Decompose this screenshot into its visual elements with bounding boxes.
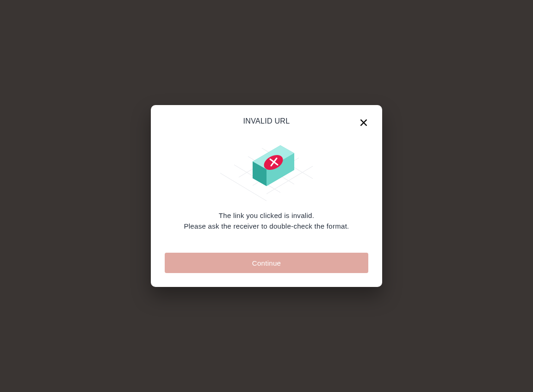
close-icon [359, 118, 368, 127]
error-illustration [165, 134, 368, 203]
invalid-card-icon [206, 134, 327, 203]
message-line-1: The link you clicked is invalid. [165, 211, 368, 221]
close-button[interactable] [357, 116, 370, 129]
modal-message: The link you clicked is invalid. Please … [165, 211, 368, 231]
modal-header: INVALID URL [165, 117, 368, 125]
continue-button[interactable]: Continue [165, 253, 368, 273]
message-line-2: Please ask the receiver to double-check … [165, 221, 368, 232]
modal-title: INVALID URL [165, 117, 368, 125]
invalid-url-modal: INVALID URL [151, 105, 382, 287]
